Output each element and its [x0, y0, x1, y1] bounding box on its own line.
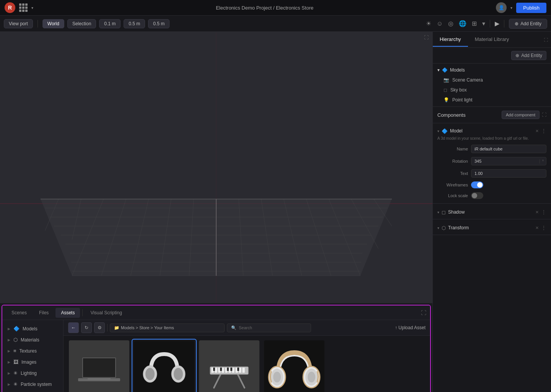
sun-icon[interactable]: ☀ [426, 20, 431, 27]
model-close-icon[interactable]: ✕ [535, 129, 539, 134]
sidebar-item-models[interactable]: ▶ 🔷 Models [2, 323, 63, 334]
right-expand-icon[interactable]: ⛶ [541, 34, 551, 45]
model-component-header[interactable]: ▾ 🔷 Model ✕ ⋮ [433, 126, 551, 136]
shadow-component-header[interactable]: ▾ ◻ Shadow ✕ ⋮ [433, 206, 551, 217]
hierarchy-item-point-light[interactable]: 💡 Point light [433, 95, 551, 105]
lock-scale-toggle[interactable] [471, 192, 483, 199]
tab-scenes[interactable]: Scenes [6, 308, 32, 318]
dim3-button[interactable]: 0.5 m [148, 19, 170, 28]
asset-item-headphones-studio[interactable]: Studio Monitor x5000 FBX & GLB [132, 339, 197, 392]
publish-button[interactable]: Publish [516, 3, 546, 13]
text-input[interactable] [471, 169, 546, 178]
sidebar-item-particle-system[interactable]: ▶ ✳ Particle system [2, 379, 63, 390]
dim1-button[interactable]: 0.1 m [99, 19, 121, 28]
model-component-title: Model [450, 128, 531, 134]
asset-thumb-keyboard [199, 340, 259, 392]
sidebar-item-visual-script[interactable]: ▶ ⚙ Visual script [2, 390, 63, 392]
upload-asset-button[interactable]: ↑ Upload Asset [395, 325, 425, 330]
grid-menu-icon[interactable] [19, 3, 28, 12]
toolbar-separator-3 [504, 20, 504, 28]
back-button[interactable]: ← [68, 322, 79, 333]
tab-assets[interactable]: Assets [55, 308, 80, 318]
dropdown-chevron[interactable]: ▾ [31, 6, 33, 10]
svg-rect-48 [232, 368, 235, 373]
model-text-field: Text [433, 167, 551, 180]
sidebar-item-materials[interactable]: ▶ ⬡ Materials [2, 334, 63, 345]
add-component-button[interactable]: Add component [502, 111, 540, 119]
svg-line-39 [214, 372, 222, 388]
hierarchy-item-skybox[interactable]: ◻ Sky box [433, 85, 551, 95]
sidebar-item-lighting[interactable]: ▶ ✳ Lighting [2, 368, 63, 379]
asset-thumb-headphones-studio [134, 341, 194, 392]
add-entity-button[interactable]: ⊕ Add Entity [509, 19, 547, 29]
main-layout: ⛶ Scenes Files Assets Visual Scripting ⛶ [0, 32, 551, 392]
smile-icon[interactable]: ☺ [437, 20, 443, 27]
shadow-close-icon[interactable]: ✕ [535, 210, 539, 215]
shadow-more-icon[interactable]: ⋮ [541, 209, 546, 215]
search-box[interactable]: 🔍 Search [227, 323, 311, 332]
asset-item-headphones-gold[interactable]: Studio x5000 Headphones (193.3 KB) [262, 339, 327, 392]
tab-files[interactable]: Files [34, 308, 54, 318]
user-avatar[interactable]: 👤 [496, 2, 507, 13]
svg-point-59 [273, 372, 281, 382]
avatar-chevron[interactable]: ▾ [510, 6, 512, 10]
viewport-area: ⛶ Scenes Files Assets Visual Scripting ⛶ [0, 32, 432, 392]
rotation-input[interactable] [471, 157, 540, 165]
sidebar-item-textures[interactable]: ▶ ≡ Textures [2, 345, 63, 356]
tab-visual-scripting[interactable]: Visual Scripting [85, 308, 127, 318]
breadcrumb-path[interactable]: 📁 Models > Store > Your Items [110, 323, 225, 332]
name-label: Name [437, 147, 468, 151]
tab-material-library[interactable]: Material Library [468, 33, 516, 47]
play-button[interactable]: ▶ [495, 20, 499, 27]
globe-icon[interactable]: 🌐 [459, 20, 466, 27]
transform-close-icon[interactable]: ✕ [535, 225, 539, 230]
selection-button[interactable]: Selection [67, 19, 96, 28]
toolbar-separator-2 [490, 20, 490, 28]
asset-thumb-laptop [69, 340, 129, 392]
svg-line-40 [237, 372, 245, 388]
tab-hierarchy[interactable]: Hierarchy [433, 33, 468, 47]
asset-item-laptop[interactable]: Q10 Gaming Laptop FBX & GLB [67, 339, 132, 392]
images-icon: 🖼 [13, 359, 18, 365]
components-title: Components [437, 112, 466, 118]
bottom-expand-icon[interactable]: ⛶ [421, 310, 426, 316]
textures-icon: ≡ [13, 348, 16, 354]
wireframes-field: Wireframes [433, 180, 551, 190]
chevron-more[interactable]: ▾ [482, 20, 485, 27]
components-header: Components Add component ⛶ [433, 107, 551, 123]
right-panel-tabs: Hierarchy Material Library ⛶ [433, 32, 551, 48]
3d-viewport[interactable]: ⛶ [0, 32, 432, 303]
svg-rect-51 [242, 368, 245, 373]
sidebar-item-images[interactable]: ▶ 🖼 Images [2, 356, 63, 368]
asset-toolbar: ← ↻ ⚙ 📁 Models > Store > Your Items 🔍 Se… [64, 320, 430, 336]
logo-button[interactable]: R [5, 2, 15, 13]
shadow-component-block: ▾ ◻ Shadow ✕ ⋮ [433, 204, 551, 219]
model-more-icon[interactable]: ⋮ [541, 128, 546, 134]
hierarchy-item-scene-camera[interactable]: 📷 Scene Camera [433, 75, 551, 85]
svg-point-36 [145, 368, 155, 380]
skybox-icon: ◻ [443, 87, 447, 93]
rotation-input-container: ° [471, 157, 546, 165]
dim2-button[interactable]: 0.5 m [124, 19, 145, 28]
rotation-label: Rotation [437, 159, 468, 163]
svg-rect-52 [213, 368, 215, 371]
layers-icon[interactable]: ⊞ [472, 20, 477, 27]
add-entity-button-small[interactable]: ⊕ Add Entity [511, 51, 546, 60]
asset-thumb-headphones-gold [264, 340, 324, 392]
refresh-button[interactable]: ↻ [81, 322, 92, 333]
cube-icon: 🔷 [442, 67, 448, 73]
settings-button[interactable]: ⚙ [94, 322, 105, 333]
viewport-button[interactable]: View port [4, 19, 33, 28]
wireframes-toggle[interactable] [471, 181, 483, 188]
models-icon: 🔷 [13, 326, 20, 332]
name-input[interactable] [471, 145, 546, 153]
transform-component-header[interactable]: ▾ ⬡ Transform ✕ ⋮ [433, 222, 551, 232]
chevron-icon: ▶ [8, 327, 10, 331]
circle-icon[interactable]: ◎ [448, 20, 453, 27]
components-expand-icon[interactable]: ⛶ [542, 112, 546, 118]
world-button[interactable]: World [42, 19, 64, 28]
transform-more-icon[interactable]: ⋮ [541, 225, 546, 231]
viewport-expand-icon[interactable]: ⛶ [424, 35, 429, 40]
asset-item-keyboard[interactable]: Synthesizer Keyboard FBX & GLB [197, 339, 262, 392]
models-group-header[interactable]: ▾ 🔷 Models [433, 65, 551, 75]
